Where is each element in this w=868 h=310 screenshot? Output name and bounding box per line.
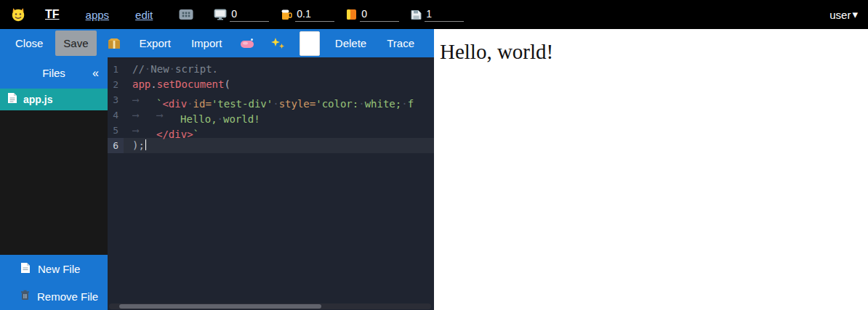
beer-icon — [281, 9, 292, 20]
ide-column: Close Save Export Import — [0, 29, 434, 310]
apps-link[interactable]: apps — [86, 9, 110, 21]
floppy-icon — [411, 9, 422, 20]
code-content: ⟶</div>` — [124, 123, 434, 138]
sidebar-actions: New File — [0, 255, 108, 310]
remove-file-label: Remove File — [37, 290, 98, 303]
workspace: Files « — [0, 57, 434, 310]
code-line[interactable]: 3⟶`<div·id='test-div'·style='color:·whit… — [108, 92, 434, 107]
stat-floppy: 1 — [411, 8, 464, 22]
trash-icon — [20, 290, 30, 303]
line-number: 3 — [108, 92, 124, 107]
tab-whitespace-marker: ⟶ — [132, 123, 156, 138]
code-editor[interactable]: 1//·New·script.2app.setDocument(3⟶`<div·… — [108, 57, 434, 310]
close-button[interactable]: Close — [7, 30, 51, 56]
import-button[interactable]: Import — [183, 30, 230, 56]
code-token: New — [150, 63, 169, 75]
tab-whitespace-marker: ⟶ — [132, 92, 156, 107]
code-token: ); — [132, 139, 145, 151]
devil-face-icon[interactable] — [10, 7, 26, 23]
line-number: 6 — [108, 138, 124, 153]
soap-icon[interactable] — [234, 33, 260, 54]
files-header-label: Files — [42, 67, 65, 79]
new-file-label: New File — [38, 263, 80, 275]
editor-toolbar: Close Save Export Import — [0, 29, 434, 57]
tab-whitespace-marker: ⟶ — [156, 107, 180, 123]
user-menu-label: user — [829, 9, 851, 21]
line-number: 5 — [108, 123, 124, 138]
file-list-area[interactable] — [0, 110, 108, 255]
new-file-icon — [20, 262, 31, 276]
file-name: app.js — [23, 94, 52, 105]
trace-button[interactable]: Trace — [379, 30, 422, 56]
stat-beer-value[interactable]: 0.1 — [295, 8, 334, 22]
code-content: app.setDocument( — [124, 77, 434, 92]
code-token: script. — [175, 63, 218, 75]
stat-beer: 0.1 — [281, 8, 334, 22]
collapse-sidebar-button[interactable]: « — [92, 67, 99, 80]
stat-ledger: 0 — [346, 8, 399, 22]
save-button[interactable]: Save — [55, 30, 96, 56]
files-sidebar: Files « — [0, 57, 108, 310]
monitor-icon — [214, 9, 227, 20]
remove-file-button[interactable]: Remove File — [0, 282, 108, 310]
file-icon — [7, 92, 17, 107]
package-icon[interactable] — [101, 32, 127, 55]
export-button[interactable]: Export — [132, 30, 179, 56]
code-token: ( — [224, 78, 230, 90]
code-line[interactable]: 4⟶⟶Hello,·world! — [108, 107, 434, 123]
code-token: // — [132, 63, 145, 75]
code-content: //·New·script. — [124, 62, 434, 77]
stat-floppy-value[interactable]: 1 — [425, 8, 464, 22]
line-number: 1 — [108, 62, 124, 77]
code-line[interactable]: 1//·New·script. — [108, 62, 434, 77]
caret-down-icon: ▾ — [852, 8, 858, 21]
stat-ledger-value[interactable]: 0 — [360, 8, 399, 22]
user-menu[interactable]: user ▾ — [829, 8, 858, 21]
delete-button[interactable]: Delete — [327, 30, 374, 56]
main-area: Close Save Export Import — [0, 29, 868, 310]
preview-pane: Hello, world! — [434, 29, 868, 310]
code-line[interactable]: 5⟶</div>` — [108, 123, 434, 138]
file-item-appjs[interactable]: app.js — [0, 89, 108, 110]
topbar: TF apps edit 0 — [0, 0, 868, 29]
tab-whitespace-marker: ⟶ — [132, 107, 156, 123]
code-lines: 1//·New·script.2app.setDocument(3⟶`<div·… — [108, 62, 434, 153]
code-line[interactable]: 2app.setDocument( — [108, 77, 434, 92]
code-token: app — [132, 78, 150, 90]
files-header: Files « — [0, 57, 108, 89]
code-line[interactable]: 6); — [108, 138, 434, 153]
dots-grid-icon[interactable] — [179, 9, 193, 20]
color-swatch-button[interactable] — [300, 31, 319, 56]
sparkles-icon[interactable] — [265, 32, 291, 55]
ledger-icon — [346, 9, 357, 20]
scrollbar-thumb[interactable] — [119, 304, 321, 309]
code-token: setDocument — [157, 78, 225, 90]
code-content: ⟶`<div·id='test-div'·style='color:·white… — [124, 92, 434, 107]
stat-monitor: 0 — [214, 8, 269, 22]
preview-text: Hello, world! — [440, 40, 868, 64]
code-content: ⟶⟶Hello,·world! — [124, 107, 434, 123]
horizontal-scrollbar[interactable] — [109, 303, 431, 309]
brand-link[interactable]: TF — [45, 8, 60, 21]
line-number: 4 — [108, 107, 124, 123]
stat-monitor-value[interactable]: 0 — [230, 8, 269, 22]
code-token: · — [169, 63, 175, 75]
text-cursor — [145, 139, 147, 150]
line-number: 2 — [108, 77, 124, 92]
code-content: ); — [124, 138, 434, 153]
edit-link[interactable]: edit — [135, 9, 153, 21]
new-file-button[interactable]: New File — [0, 255, 108, 282]
code-token: . — [150, 78, 156, 90]
